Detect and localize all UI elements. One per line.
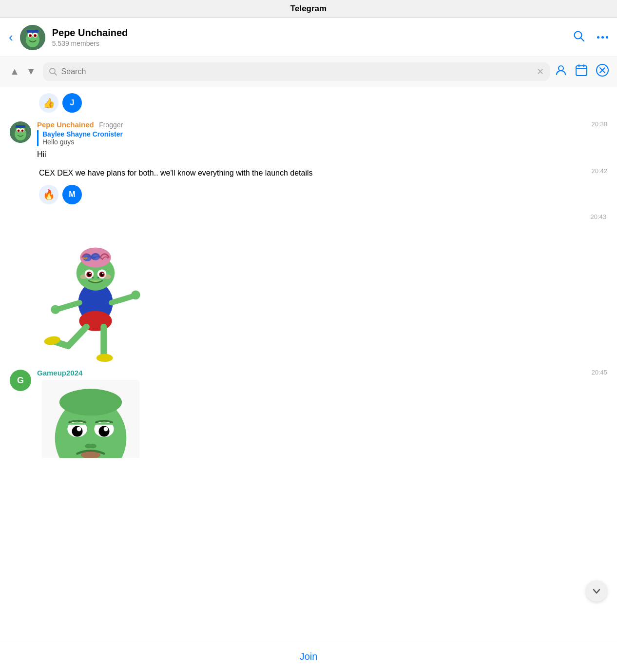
sender-name: Pepe Unchained [37, 120, 94, 129]
header: ‹ Pepe Unchained 5.539 members [0, 18, 617, 57]
svg-point-72 [59, 389, 122, 415]
pepe-avatar-svg [20, 25, 45, 50]
svg-point-66 [99, 426, 110, 436]
message-text: Hii [37, 149, 607, 160]
svg-point-58 [104, 275, 111, 279]
svg-point-59 [92, 277, 94, 278]
svg-point-38 [96, 354, 113, 362]
search-input-icon [49, 67, 58, 76]
search-prev-button[interactable]: ▲ [8, 65, 21, 78]
search-actions [555, 63, 609, 80]
chevron-down-icon [592, 587, 601, 595]
message-block: Pepe Unchained Frogger 20:38 Baylee Shay… [0, 119, 617, 162]
join-bar: Join [0, 641, 617, 672]
message-header-4: Gameup2024 20:45 [37, 369, 607, 377]
dancing-pepe-svg [32, 223, 159, 364]
svg-rect-31 [16, 125, 25, 128]
svg-rect-48 [92, 257, 96, 258]
svg-point-29 [18, 130, 19, 131]
message-time-4: 20:45 [591, 369, 607, 376]
reaction-row-2: 🔥 M [0, 184, 617, 210]
sad-pepe-image [37, 380, 144, 458]
svg-point-14 [559, 66, 563, 71]
reaction-thumbs-up[interactable]: 👍 [39, 93, 58, 113]
search-input-wrap: ✕ [43, 62, 550, 81]
title-bar-text: Telegram [290, 4, 327, 13]
svg-line-34 [68, 327, 86, 346]
svg-point-70 [89, 444, 96, 448]
svg-line-39 [57, 303, 79, 310]
members-count: 5.539 members [52, 40, 573, 47]
svg-rect-9 [27, 30, 39, 33]
svg-rect-15 [576, 66, 587, 76]
message-content: Pepe Unchained Frogger 20:38 Baylee Shay… [37, 120, 607, 160]
message-header: Pepe Unchained Frogger 20:38 [37, 120, 607, 129]
sender-info: Pepe Unchained Frogger [37, 120, 123, 129]
person-icon[interactable] [555, 64, 567, 79]
message-block-4: G Gameup2024 20:45 [0, 367, 617, 460]
svg-point-30 [22, 130, 23, 131]
svg-line-41 [112, 296, 135, 303]
svg-point-55 [89, 273, 91, 274]
sad-pepe-svg [37, 380, 144, 458]
channel-info: Pepe Unchained 5.539 members [52, 27, 573, 47]
channel-name: Pepe Unchained [52, 27, 573, 39]
message-time: 20:38 [591, 120, 607, 128]
svg-point-56 [102, 273, 104, 274]
search-next-button[interactable]: ▼ [24, 65, 38, 78]
reaction-m[interactable]: M [62, 185, 82, 204]
svg-line-13 [54, 73, 57, 75]
reply-block: Baylee Shayne Cronister Hello guys [37, 130, 607, 146]
message-content-2: CEX DEX we have plans for both.. we'll k… [39, 167, 607, 179]
svg-line-11 [581, 38, 584, 41]
svg-point-67 [77, 427, 81, 431]
sender-name-4: Gameup2024 [37, 369, 82, 377]
search-clear-button[interactable]: ✕ [537, 66, 544, 77]
calendar-icon[interactable] [575, 64, 588, 79]
search-icon[interactable] [573, 30, 585, 45]
more-icon[interactable] [597, 36, 608, 39]
svg-point-42 [131, 290, 140, 299]
header-actions [573, 30, 608, 45]
avatar-letter: G [17, 376, 24, 386]
message-block-2: CEX DEX we have plans for both.. we'll k… [0, 165, 617, 181]
reaction-row: 👍 J [0, 91, 617, 119]
svg-point-68 [104, 427, 108, 431]
search-nav: ▲ ▼ [8, 65, 38, 78]
title-bar: Telegram [0, 0, 617, 18]
svg-point-8 [34, 35, 36, 36]
svg-point-60 [97, 277, 99, 278]
message-inline: CEX DEX we have plans for both.. we'll k… [39, 167, 607, 179]
svg-point-40 [51, 305, 60, 314]
join-button[interactable]: Join [300, 651, 318, 662]
channel-avatar [20, 25, 45, 50]
reply-text: Hello guys [42, 138, 607, 146]
svg-point-65 [72, 426, 83, 436]
scroll-down-button[interactable] [586, 580, 607, 602]
search-bar: ▲ ▼ ✕ [0, 57, 617, 86]
sender-avatar-g: G [10, 370, 31, 391]
search-input[interactable] [61, 67, 533, 76]
sticker-dancing-pepe [27, 220, 164, 367]
sender-avatar-pepe [10, 121, 31, 143]
svg-point-7 [29, 35, 31, 36]
message-content-4: Gameup2024 20:45 [37, 369, 607, 458]
close-search-button[interactable] [596, 63, 609, 80]
back-button[interactable]: ‹ [9, 30, 13, 45]
sender-role: Frogger [99, 121, 123, 129]
reaction-fire[interactable]: 🔥 [39, 185, 58, 204]
reaction-j[interactable]: J [62, 93, 82, 113]
sticker-time-row: 20:43 [0, 210, 617, 220]
sticker-time: 20:43 [590, 213, 606, 220]
svg-point-57 [80, 275, 87, 279]
message-time-2: 20:42 [591, 167, 607, 175]
message-text-2: CEX DEX we have plans for both.. we'll k… [39, 167, 591, 179]
messages-container: 👍 J [0, 91, 617, 460]
reply-sender-name: Baylee Shayne Cronister [42, 130, 607, 138]
messages-area: 👍 J [0, 86, 617, 641]
